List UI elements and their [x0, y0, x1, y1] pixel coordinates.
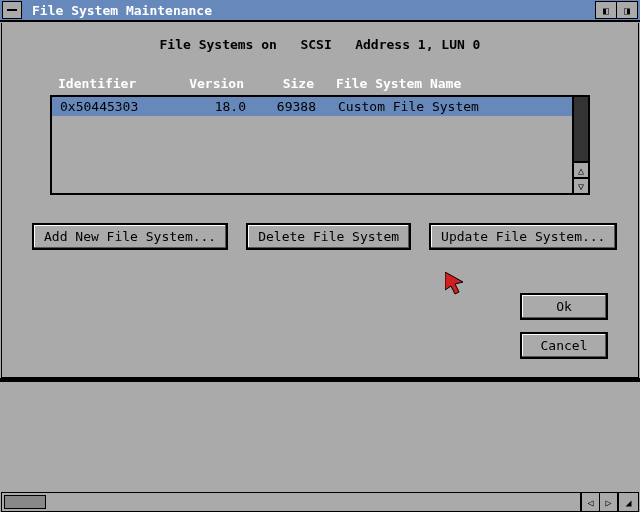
heading-address: Address 1, LUN 0 [355, 37, 480, 52]
main-panel: File Systems on SCSI Address 1, LUN 0 Id… [1, 23, 639, 378]
scroll-up-icon[interactable]: △ [574, 161, 588, 177]
action-buttons: Add New File System... Delete File Syste… [32, 223, 608, 250]
titlebar: File System Maintenance ◧ ◨ [0, 0, 640, 22]
scroll-right-icon[interactable]: ▷ [600, 493, 618, 511]
horizontal-scrollbar[interactable]: ◁ ▷ ◢ [1, 492, 639, 512]
window-title: File System Maintenance [28, 3, 596, 18]
delete-filesystem-button[interactable]: Delete File System [246, 223, 411, 250]
col-identifier: Identifier [58, 76, 178, 91]
cell-identifier: 0x50445303 [60, 99, 180, 114]
add-filesystem-button[interactable]: Add New File System... [32, 223, 228, 250]
heading-prefix: File Systems on [160, 37, 277, 52]
filesystem-list: Identifier Version Size File System Name… [50, 72, 590, 195]
window-controls: ◧ ◨ [596, 1, 638, 19]
cell-size: 69388 [260, 99, 330, 114]
scroll-down-icon[interactable]: ▽ [574, 177, 588, 193]
resize-handle-icon[interactable]: ◢ [618, 493, 638, 511]
cell-name: Custom File System [330, 99, 564, 114]
dialog-buttons: Ok Cancel [520, 293, 608, 359]
zoom-gadget-icon[interactable]: ◨ [616, 1, 638, 19]
list-body: 0x50445303 18.0 69388 Custom File System… [50, 95, 590, 195]
column-headers: Identifier Version Size File System Name [50, 72, 590, 95]
cell-version: 18.0 [180, 99, 260, 114]
table-row[interactable]: 0x50445303 18.0 69388 Custom File System [52, 97, 572, 116]
heading-bus: SCSI [300, 37, 331, 52]
col-version: Version [178, 76, 258, 91]
col-size: Size [258, 76, 328, 91]
scroll-left-icon[interactable]: ◁ [582, 493, 600, 511]
depth-gadget-icon[interactable]: ◧ [595, 1, 617, 19]
col-name: File System Name [328, 76, 582, 91]
horizontal-divider [0, 378, 640, 382]
system-menu-icon[interactable] [2, 1, 22, 19]
scrollbar-track[interactable] [574, 97, 588, 161]
hscroll-track[interactable] [2, 493, 582, 511]
update-filesystem-button[interactable]: Update File System... [429, 223, 617, 250]
ok-button[interactable]: Ok [520, 293, 608, 320]
vertical-scrollbar[interactable]: △ ▽ [572, 97, 590, 193]
cancel-button[interactable]: Cancel [520, 332, 608, 359]
panel-heading: File Systems on SCSI Address 1, LUN 0 [2, 23, 638, 62]
list-rows[interactable]: 0x50445303 18.0 69388 Custom File System [52, 97, 572, 193]
